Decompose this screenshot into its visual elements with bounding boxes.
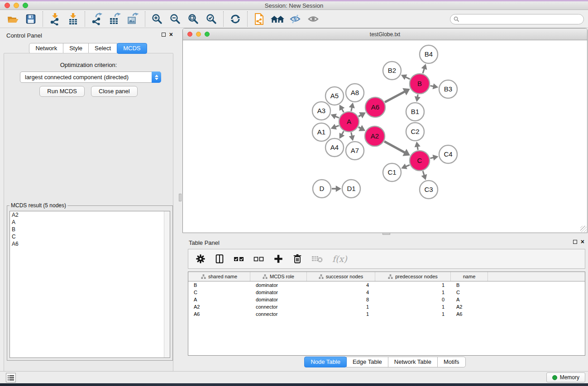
result-item[interactable]: A2 (10, 211, 170, 219)
memory-button[interactable]: Memory (546, 372, 585, 382)
table-cell: 1 (307, 311, 375, 317)
graph-arrowhead (421, 64, 427, 70)
table-cell: 0 (375, 297, 451, 302)
export-image-icon (127, 13, 139, 25)
result-item[interactable]: A (10, 219, 170, 226)
criterion-dropdown[interactable]: largest connected component (directed) (20, 71, 161, 83)
table-settings-button[interactable] (196, 254, 206, 264)
open-session-button[interactable] (4, 11, 22, 27)
show-columns-button[interactable] (215, 254, 225, 264)
main-toolbar (0, 10, 588, 28)
home-button[interactable] (268, 11, 287, 27)
node-table-body: Bdominator41BCdominator41CAdominator80AA… (188, 281, 585, 318)
graph-node-label: C4 (444, 150, 452, 158)
export-image-button[interactable] (124, 11, 142, 27)
node-table[interactable]: shared nameMCDS rolesuccessor nodesprede… (188, 272, 585, 356)
table-row[interactable]: A6connector11A6 (188, 310, 585, 318)
graph-node-label: D (320, 185, 325, 192)
table-row[interactable]: Bdominator41B (188, 281, 585, 289)
close-panel-icon[interactable]: × (169, 33, 173, 37)
tab-mcds[interactable]: MCDS (117, 43, 147, 54)
tab-node-table[interactable]: Node Table (304, 357, 347, 367)
control-panel-tabs: NetworkStyleSelectMCDS (0, 43, 177, 54)
column-header-MCDS-role[interactable]: MCDS role (250, 272, 307, 281)
save-icon (25, 14, 36, 24)
search-input[interactable] (462, 16, 583, 23)
close-panel-icon[interactable]: × (581, 240, 584, 244)
zoom-fit-icon (187, 13, 199, 25)
tab-network[interactable]: Network (29, 43, 63, 54)
optimization-criterion-label: Optimization criterion: (4, 62, 173, 68)
float-panel-icon[interactable] (573, 240, 577, 244)
graph-arrowhead (349, 135, 355, 141)
graph-node-label: A2 (371, 132, 379, 140)
graph-edge-A6-B[interactable] (385, 91, 405, 102)
result-scrollbar[interactable] (164, 211, 170, 357)
toolbar-separator (247, 11, 248, 27)
tab-select[interactable]: Select (88, 43, 117, 54)
export-network-button[interactable] (88, 11, 106, 27)
search-icon (454, 16, 459, 22)
unselect-all-columns-button[interactable] (253, 255, 264, 263)
zoom-in-button[interactable] (148, 11, 166, 27)
import-network-button[interactable] (46, 11, 64, 27)
float-panel-icon[interactable] (162, 33, 166, 37)
vertical-splitter-handle[interactable] (179, 194, 182, 201)
control-panel-title: Control Panel (6, 32, 42, 39)
export-table-button[interactable] (106, 11, 124, 27)
tab-style[interactable]: Style (63, 43, 89, 54)
table-row[interactable]: Adominator80A (188, 296, 585, 303)
refresh-layout-button[interactable] (226, 11, 244, 27)
columns-icon (215, 254, 225, 264)
new-network-from-file-button[interactable] (250, 11, 268, 27)
table-cell: B (188, 282, 250, 288)
table-row[interactable]: A2connector11A2 (188, 303, 585, 310)
column-label: predecessor nodes (395, 274, 438, 279)
column-header-predecessor-nodes[interactable]: predecessor nodes (375, 272, 451, 281)
tab-edge-table[interactable]: Edge Table (346, 357, 388, 367)
hide-details-button[interactable] (287, 11, 305, 27)
application-window: Session: New Session (0, 0, 588, 386)
column-header-successor-nodes[interactable]: successor nodes (307, 272, 375, 281)
result-item[interactable]: B (10, 226, 170, 233)
window-title: Session: New Session (0, 2, 588, 9)
mcds-result-list[interactable]: A2ABCA6 (10, 211, 170, 358)
table-cell: A (188, 297, 250, 302)
task-history-button[interactable] (6, 373, 16, 382)
import-network-icon (49, 13, 61, 25)
frame-resize-grip[interactable] (580, 226, 587, 232)
tab-network-table[interactable]: Network Table (388, 357, 438, 367)
select-all-columns-button[interactable] (234, 255, 244, 263)
result-item[interactable]: A6 (10, 240, 170, 248)
tab-motifs[interactable]: Motifs (437, 357, 466, 367)
table-cell: 1 (375, 282, 451, 288)
network-frame-titlebar[interactable]: testGlobe.txt (183, 29, 587, 40)
show-details-button[interactable] (305, 11, 323, 27)
zoom-fit-button[interactable] (184, 11, 202, 27)
column-label: successor nodes (326, 274, 363, 279)
delete-column-button[interactable] (292, 253, 302, 264)
result-item[interactable]: C (10, 233, 170, 240)
close-panel-button[interactable]: Close panel (91, 86, 138, 97)
create-column-button[interactable] (273, 254, 283, 264)
table-cell: A2 (451, 304, 488, 310)
table-cell: connector (250, 304, 307, 310)
graph-node-label: A (347, 118, 351, 125)
column-header-shared-name[interactable]: shared name (188, 272, 250, 281)
graph-edge-A2-C[interactable] (384, 141, 405, 152)
table-row[interactable]: Cdominator41C (188, 289, 585, 296)
zoom-selected-button[interactable] (202, 11, 220, 27)
network-graph[interactable]: B4B2BB3A8A5A6A3B1AA1C2A2A4A7C4CC1C3DD1 (183, 40, 587, 233)
export-table-icon (109, 13, 121, 25)
run-mcds-button[interactable]: Run MCDS (39, 86, 85, 97)
zoom-out-button[interactable] (166, 11, 184, 27)
graph-node-label: D1 (347, 185, 355, 192)
search-field[interactable] (450, 14, 584, 24)
network-frame-title: testGlobe.txt (183, 31, 587, 38)
control-panel-header: Control Panel × (0, 28, 177, 42)
save-session-button[interactable] (22, 11, 40, 27)
network-canvas[interactable]: B4B2BB3A8A5A6A3B1AA1C2A2A4A7C4CC1C3DD1 (183, 40, 587, 233)
table-cell: 8 (307, 297, 375, 302)
import-table-button[interactable] (64, 11, 82, 27)
column-header-name[interactable]: name (451, 272, 488, 281)
